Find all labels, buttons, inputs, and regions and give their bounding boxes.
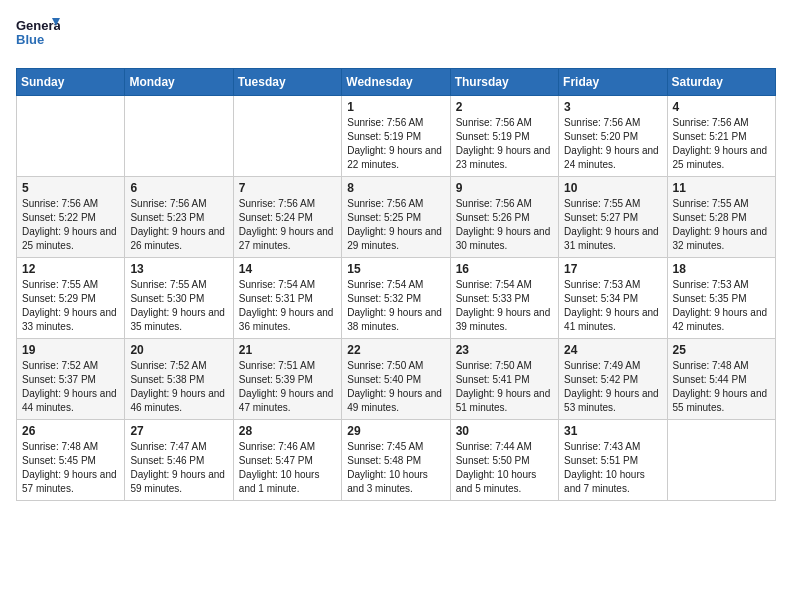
day-number: 2 [456, 100, 553, 114]
weekday-header-friday: Friday [559, 69, 667, 96]
day-info: Sunrise: 7:53 AMSunset: 5:34 PMDaylight:… [564, 278, 661, 334]
day-number: 24 [564, 343, 661, 357]
day-info: Sunrise: 7:50 AMSunset: 5:41 PMDaylight:… [456, 359, 553, 415]
day-info: Sunrise: 7:56 AMSunset: 5:19 PMDaylight:… [456, 116, 553, 172]
day-number: 10 [564, 181, 661, 195]
calendar-cell [125, 96, 233, 177]
day-info: Sunrise: 7:43 AMSunset: 5:51 PMDaylight:… [564, 440, 661, 496]
day-number: 20 [130, 343, 227, 357]
day-number: 6 [130, 181, 227, 195]
day-info: Sunrise: 7:55 AMSunset: 5:30 PMDaylight:… [130, 278, 227, 334]
day-info: Sunrise: 7:56 AMSunset: 5:19 PMDaylight:… [347, 116, 444, 172]
calendar-cell: 29 Sunrise: 7:45 AMSunset: 5:48 PMDaylig… [342, 420, 450, 501]
day-info: Sunrise: 7:47 AMSunset: 5:46 PMDaylight:… [130, 440, 227, 496]
calendar-cell: 4 Sunrise: 7:56 AMSunset: 5:21 PMDayligh… [667, 96, 775, 177]
calendar-cell: 1 Sunrise: 7:56 AMSunset: 5:19 PMDayligh… [342, 96, 450, 177]
day-number: 9 [456, 181, 553, 195]
calendar-cell: 23 Sunrise: 7:50 AMSunset: 5:41 PMDaylig… [450, 339, 558, 420]
calendar-cell: 6 Sunrise: 7:56 AMSunset: 5:23 PMDayligh… [125, 177, 233, 258]
calendar-cell [667, 420, 775, 501]
day-number: 26 [22, 424, 119, 438]
day-info: Sunrise: 7:56 AMSunset: 5:22 PMDaylight:… [22, 197, 119, 253]
day-info: Sunrise: 7:52 AMSunset: 5:37 PMDaylight:… [22, 359, 119, 415]
day-info: Sunrise: 7:54 AMSunset: 5:31 PMDaylight:… [239, 278, 336, 334]
day-info: Sunrise: 7:52 AMSunset: 5:38 PMDaylight:… [130, 359, 227, 415]
day-number: 15 [347, 262, 444, 276]
weekday-header-saturday: Saturday [667, 69, 775, 96]
day-info: Sunrise: 7:48 AMSunset: 5:45 PMDaylight:… [22, 440, 119, 496]
day-info: Sunrise: 7:54 AMSunset: 5:32 PMDaylight:… [347, 278, 444, 334]
day-number: 17 [564, 262, 661, 276]
day-number: 25 [673, 343, 770, 357]
weekday-header-tuesday: Tuesday [233, 69, 341, 96]
calendar-cell: 16 Sunrise: 7:54 AMSunset: 5:33 PMDaylig… [450, 258, 558, 339]
day-number: 30 [456, 424, 553, 438]
calendar-cell: 10 Sunrise: 7:55 AMSunset: 5:27 PMDaylig… [559, 177, 667, 258]
day-info: Sunrise: 7:55 AMSunset: 5:27 PMDaylight:… [564, 197, 661, 253]
calendar-cell: 18 Sunrise: 7:53 AMSunset: 5:35 PMDaylig… [667, 258, 775, 339]
day-number: 27 [130, 424, 227, 438]
day-info: Sunrise: 7:48 AMSunset: 5:44 PMDaylight:… [673, 359, 770, 415]
calendar-cell: 31 Sunrise: 7:43 AMSunset: 5:51 PMDaylig… [559, 420, 667, 501]
calendar-cell: 25 Sunrise: 7:48 AMSunset: 5:44 PMDaylig… [667, 339, 775, 420]
day-number: 18 [673, 262, 770, 276]
calendar-cell: 3 Sunrise: 7:56 AMSunset: 5:20 PMDayligh… [559, 96, 667, 177]
logo: General Blue [16, 16, 60, 56]
day-info: Sunrise: 7:46 AMSunset: 5:47 PMDaylight:… [239, 440, 336, 496]
calendar-cell: 13 Sunrise: 7:55 AMSunset: 5:30 PMDaylig… [125, 258, 233, 339]
weekday-header-thursday: Thursday [450, 69, 558, 96]
day-number: 23 [456, 343, 553, 357]
calendar-cell: 15 Sunrise: 7:54 AMSunset: 5:32 PMDaylig… [342, 258, 450, 339]
calendar-cell [233, 96, 341, 177]
calendar-cell: 30 Sunrise: 7:44 AMSunset: 5:50 PMDaylig… [450, 420, 558, 501]
day-info: Sunrise: 7:50 AMSunset: 5:40 PMDaylight:… [347, 359, 444, 415]
day-number: 14 [239, 262, 336, 276]
day-number: 4 [673, 100, 770, 114]
day-number: 11 [673, 181, 770, 195]
calendar-cell: 27 Sunrise: 7:47 AMSunset: 5:46 PMDaylig… [125, 420, 233, 501]
calendar-cell: 8 Sunrise: 7:56 AMSunset: 5:25 PMDayligh… [342, 177, 450, 258]
calendar-cell: 2 Sunrise: 7:56 AMSunset: 5:19 PMDayligh… [450, 96, 558, 177]
calendar-cell [17, 96, 125, 177]
day-info: Sunrise: 7:54 AMSunset: 5:33 PMDaylight:… [456, 278, 553, 334]
calendar-week-1: 1 Sunrise: 7:56 AMSunset: 5:19 PMDayligh… [17, 96, 776, 177]
calendar-cell: 24 Sunrise: 7:49 AMSunset: 5:42 PMDaylig… [559, 339, 667, 420]
calendar-cell: 7 Sunrise: 7:56 AMSunset: 5:24 PMDayligh… [233, 177, 341, 258]
calendar-week-4: 19 Sunrise: 7:52 AMSunset: 5:37 PMDaylig… [17, 339, 776, 420]
calendar-cell: 9 Sunrise: 7:56 AMSunset: 5:26 PMDayligh… [450, 177, 558, 258]
page-header: General Blue [16, 16, 776, 56]
calendar-cell: 21 Sunrise: 7:51 AMSunset: 5:39 PMDaylig… [233, 339, 341, 420]
day-info: Sunrise: 7:44 AMSunset: 5:50 PMDaylight:… [456, 440, 553, 496]
day-info: Sunrise: 7:56 AMSunset: 5:25 PMDaylight:… [347, 197, 444, 253]
svg-text:Blue: Blue [16, 32, 44, 47]
calendar-cell: 19 Sunrise: 7:52 AMSunset: 5:37 PMDaylig… [17, 339, 125, 420]
day-info: Sunrise: 7:49 AMSunset: 5:42 PMDaylight:… [564, 359, 661, 415]
day-number: 12 [22, 262, 119, 276]
logo-icon: General Blue [16, 16, 60, 52]
day-info: Sunrise: 7:56 AMSunset: 5:23 PMDaylight:… [130, 197, 227, 253]
weekday-header-row: SundayMondayTuesdayWednesdayThursdayFrid… [17, 69, 776, 96]
calendar-cell: 5 Sunrise: 7:56 AMSunset: 5:22 PMDayligh… [17, 177, 125, 258]
day-number: 29 [347, 424, 444, 438]
calendar-week-5: 26 Sunrise: 7:48 AMSunset: 5:45 PMDaylig… [17, 420, 776, 501]
day-number: 21 [239, 343, 336, 357]
day-number: 7 [239, 181, 336, 195]
day-number: 13 [130, 262, 227, 276]
day-number: 19 [22, 343, 119, 357]
day-number: 5 [22, 181, 119, 195]
day-number: 31 [564, 424, 661, 438]
day-number: 16 [456, 262, 553, 276]
day-info: Sunrise: 7:56 AMSunset: 5:20 PMDaylight:… [564, 116, 661, 172]
weekday-header-monday: Monday [125, 69, 233, 96]
calendar-cell: 22 Sunrise: 7:50 AMSunset: 5:40 PMDaylig… [342, 339, 450, 420]
calendar-cell: 28 Sunrise: 7:46 AMSunset: 5:47 PMDaylig… [233, 420, 341, 501]
calendar-week-2: 5 Sunrise: 7:56 AMSunset: 5:22 PMDayligh… [17, 177, 776, 258]
weekday-header-sunday: Sunday [17, 69, 125, 96]
calendar-cell: 14 Sunrise: 7:54 AMSunset: 5:31 PMDaylig… [233, 258, 341, 339]
calendar-cell: 12 Sunrise: 7:55 AMSunset: 5:29 PMDaylig… [17, 258, 125, 339]
day-info: Sunrise: 7:53 AMSunset: 5:35 PMDaylight:… [673, 278, 770, 334]
day-info: Sunrise: 7:55 AMSunset: 5:29 PMDaylight:… [22, 278, 119, 334]
day-number: 1 [347, 100, 444, 114]
calendar-week-3: 12 Sunrise: 7:55 AMSunset: 5:29 PMDaylig… [17, 258, 776, 339]
calendar-cell: 26 Sunrise: 7:48 AMSunset: 5:45 PMDaylig… [17, 420, 125, 501]
